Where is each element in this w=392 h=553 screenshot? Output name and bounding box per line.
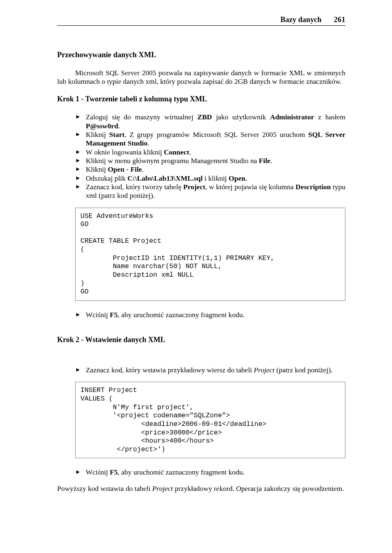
page: Bazy danych 261 Przechowywanie danych XM… — [0, 0, 392, 553]
step2-title: Krok 2 - Wstawienie danych XML — [57, 336, 345, 345]
list-item: Wciśnij F5, aby uruchomić zaznaczony fra… — [75, 468, 345, 477]
list-item: Odszukaj plik C:\Labs\Lab13\XML.sql i kl… — [75, 174, 345, 183]
intro-paragraph: Microsoft SQL Server 2005 pozwala na zap… — [57, 69, 345, 86]
list-item: Wciśnij F5, aby uruchomić zaznaczony fra… — [75, 311, 345, 319]
step2-list: Zaznacz kod, który wstawia przykładowy w… — [57, 366, 345, 374]
running-header: Bazy danych 261 — [57, 16, 345, 25]
list-item: Kliknij Open - File. — [75, 165, 345, 174]
section-title: Przechowywanie danych XML — [57, 50, 345, 60]
step2-post-list: Wciśnij F5, aby uruchomić zaznaczony fra… — [57, 468, 345, 477]
page-number: 261 — [334, 16, 346, 25]
chapter-label: Bazy danych — [281, 16, 322, 25]
list-item: Zaloguj się do maszyny wirtualnej ZBD ja… — [75, 113, 345, 130]
code-block-1: USE AdventureWorks GO CREATE TABLE Proje… — [75, 208, 345, 301]
code-block-2: INSERT Project VALUES ( N'My first proje… — [75, 382, 345, 458]
list-item: Zaznacz kod, który tworzy tabelę Project… — [75, 183, 345, 200]
list-item: Kliknij w menu głównym programu Manageme… — [75, 157, 345, 165]
step1-list: Zaloguj się do maszyny wirtualnej ZBD ja… — [57, 113, 345, 200]
list-item: Zaznacz kod, który wstawia przykładowy w… — [75, 366, 345, 374]
header-rule — [57, 25, 345, 26]
list-item: W oknie logowania kliknij Connect. — [75, 148, 345, 157]
step1-title: Krok 1 - Tworzenie tabeli z kolumną typu… — [57, 95, 345, 104]
closing-paragraph: Powyższy kod wstawia do tabeli Project p… — [57, 484, 345, 493]
list-item: Kliknij Start. Z grupy programów Microso… — [75, 130, 345, 148]
step1-post-list: Wciśnij F5, aby uruchomić zaznaczony fra… — [57, 311, 345, 319]
